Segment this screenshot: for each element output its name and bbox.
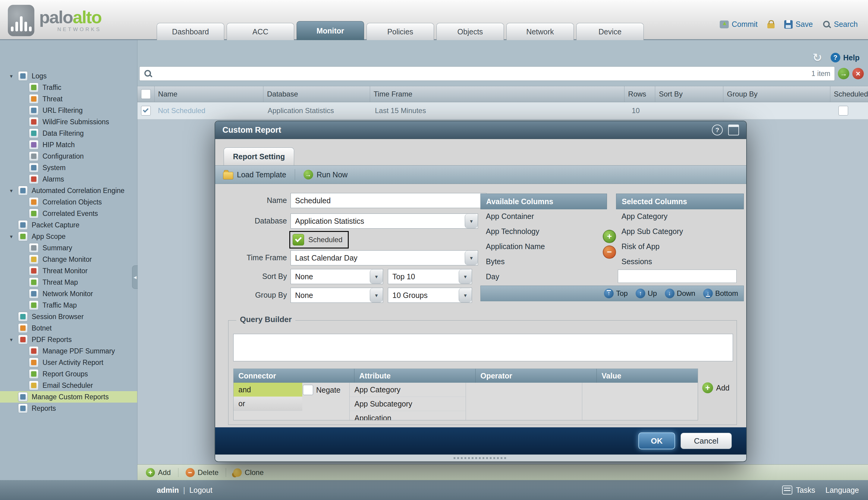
- sidebar-item-botnet[interactable]: Botnet: [0, 322, 137, 334]
- sidebar-item-network-monitor[interactable]: Network Monitor: [0, 288, 137, 299]
- connector-or[interactable]: or: [234, 397, 302, 411]
- lock-icon[interactable]: [767, 23, 775, 29]
- sidebar-item-threat-map[interactable]: Threat Map: [0, 276, 137, 288]
- language-button[interactable]: Language: [825, 486, 859, 495]
- select-all-header[interactable]: [137, 86, 154, 102]
- tab-objects[interactable]: Objects: [437, 23, 504, 40]
- column-header-database[interactable]: Database: [263, 86, 370, 102]
- list-item[interactable]: Application Name: [481, 239, 601, 254]
- tab-dashboard[interactable]: Dashboard: [157, 23, 224, 40]
- sidebar-item-correlation-objects[interactable]: Correlation Objects: [0, 196, 137, 208]
- sidebar-item-system[interactable]: System: [0, 162, 137, 173]
- expand-arrow-icon[interactable]: [9, 337, 18, 342]
- sidebar-item-reports[interactable]: Reports: [0, 402, 137, 414]
- dialog-help-icon[interactable]: [712, 125, 723, 135]
- tab-network[interactable]: Network: [506, 23, 574, 40]
- sidebar-item-email-scheduler[interactable]: Email Scheduler: [0, 380, 137, 391]
- delete-button[interactable]: Delete: [186, 468, 219, 477]
- attribute-option[interactable]: App Category: [350, 383, 466, 397]
- sidebar-item-url-filtering[interactable]: URL Filtering: [0, 105, 137, 116]
- column-header-group-by[interactable]: Group By: [724, 86, 830, 102]
- sidebar-item-report-groups[interactable]: Report Groups: [0, 368, 137, 380]
- chevron-down-icon[interactable]: [370, 269, 383, 284]
- expand-arrow-icon[interactable]: [9, 188, 18, 193]
- report-name-link[interactable]: Not Scheduled: [158, 106, 205, 115]
- sidebar-item-session-browser[interactable]: Session Browser: [0, 311, 137, 322]
- sidebar-item-threat[interactable]: Threat: [0, 93, 137, 105]
- query-add-button[interactable]: Add: [702, 383, 729, 393]
- sidebar-item-correlated-events[interactable]: Correlated Events: [0, 208, 137, 219]
- dialog-resize-grip[interactable]: [215, 454, 746, 461]
- tab-monitor[interactable]: Monitor: [297, 21, 364, 40]
- move-up-button[interactable]: Up: [636, 288, 657, 298]
- chevron-down-icon[interactable]: [459, 269, 472, 284]
- run-now-button[interactable]: Run Now: [303, 170, 348, 180]
- group-by-limit-dropdown[interactable]: 10 Groups: [388, 288, 472, 303]
- attribute-option[interactable]: App Subcategory: [350, 397, 466, 411]
- refresh-icon[interactable]: [812, 51, 822, 64]
- connector-and[interactable]: and: [234, 383, 302, 397]
- column-header-rows[interactable]: Rows: [624, 86, 655, 102]
- save-button[interactable]: Save: [784, 20, 813, 29]
- ok-button[interactable]: OK: [638, 432, 675, 449]
- tab-acc[interactable]: ACC: [227, 23, 294, 40]
- tab-policies[interactable]: Policies: [367, 23, 434, 40]
- list-item[interactable]: Risk of App: [616, 239, 738, 254]
- sidebar-item-wildfire-submissions[interactable]: WildFire Submissions: [0, 116, 137, 127]
- chevron-down-icon[interactable]: [465, 214, 478, 228]
- move-top-button[interactable]: Top: [604, 288, 628, 298]
- move-bottom-button[interactable]: Bottom: [703, 288, 738, 298]
- sidebar-collapse-handle[interactable]: [132, 265, 138, 289]
- sidebar-item-packet-capture[interactable]: Packet Capture: [0, 219, 137, 231]
- sort-by-limit-dropdown[interactable]: Top 10: [388, 269, 472, 284]
- apply-filter-button[interactable]: [838, 68, 849, 79]
- clone-button[interactable]: Clone: [233, 468, 264, 477]
- move-down-button[interactable]: Down: [665, 288, 695, 298]
- sidebar-item-configuration[interactable]: Configuration: [0, 150, 137, 162]
- sidebar-item-logs[interactable]: Logs: [0, 70, 137, 82]
- scheduled-checkbox-checked[interactable]: [293, 234, 304, 246]
- query-input[interactable]: [233, 334, 733, 361]
- name-field[interactable]: [291, 193, 486, 208]
- select-all-checkbox[interactable]: [141, 89, 151, 99]
- scheduled-checkbox-group[interactable]: Scheduled: [289, 231, 349, 249]
- column-header-scheduled[interactable]: Scheduled: [830, 86, 868, 102]
- expand-arrow-icon[interactable]: [9, 234, 18, 239]
- column-header-name[interactable]: Name: [154, 86, 263, 102]
- cancel-button[interactable]: Cancel: [681, 433, 732, 449]
- search-button[interactable]: Search: [822, 20, 858, 29]
- tab-device[interactable]: Device: [576, 23, 644, 40]
- list-item[interactable]: App Sub Category: [616, 224, 738, 239]
- remove-column-button[interactable]: [603, 246, 616, 259]
- sidebar-item-data-filtering[interactable]: Data Filtering: [0, 127, 137, 139]
- time-frame-dropdown[interactable]: Last Calendar Day: [291, 250, 478, 265]
- table-row[interactable]: Not Scheduled Application Statistics Las…: [137, 102, 868, 120]
- column-header-time-frame[interactable]: Time Frame: [370, 86, 625, 102]
- row-checkbox[interactable]: [141, 106, 151, 115]
- sidebar-item-automated-correlation-engine[interactable]: Automated Correlation Engine: [0, 185, 137, 196]
- dialog-title-bar[interactable]: Custom Report: [215, 121, 746, 139]
- expand-arrow-icon[interactable]: [9, 73, 18, 79]
- sidebar-item-threat-monitor[interactable]: Threat Monitor: [0, 265, 137, 276]
- column-header-sort-by[interactable]: Sort By: [655, 86, 724, 102]
- clear-filter-button[interactable]: [852, 68, 864, 79]
- sort-by-dropdown[interactable]: None: [291, 269, 383, 284]
- chevron-down-icon[interactable]: [459, 288, 472, 303]
- sidebar-item-traffic-map[interactable]: Traffic Map: [0, 299, 137, 311]
- chevron-down-icon[interactable]: [370, 288, 383, 303]
- negate-checkbox-group[interactable]: Negate: [303, 385, 340, 395]
- group-by-dropdown[interactable]: None: [291, 288, 383, 303]
- tab-report-setting[interactable]: Report Setting: [224, 147, 294, 165]
- filter-input[interactable]: [156, 69, 808, 78]
- sidebar-item-traffic[interactable]: Traffic: [0, 82, 137, 93]
- sidebar-item-manage-pdf-summary[interactable]: Manage PDF Summary: [0, 345, 137, 357]
- scheduled-checkbox[interactable]: [838, 106, 848, 115]
- list-item[interactable]: Sessions: [616, 254, 738, 269]
- list-item[interactable]: App Technology: [481, 224, 601, 239]
- sidebar-item-pdf-reports[interactable]: PDF Reports: [0, 334, 137, 345]
- add-column-button[interactable]: [603, 230, 616, 243]
- load-template-button[interactable]: Load Template: [223, 170, 286, 180]
- negate-checkbox[interactable]: [303, 385, 313, 395]
- database-dropdown[interactable]: Application Statistics: [291, 214, 478, 229]
- tasks-button[interactable]: Tasks: [782, 486, 815, 495]
